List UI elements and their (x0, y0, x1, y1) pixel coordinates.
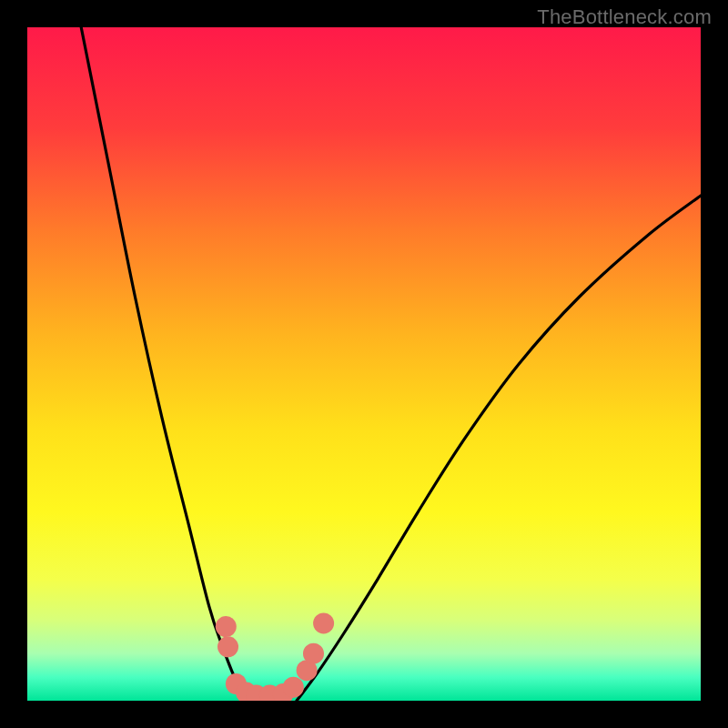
marker-dots (216, 612, 334, 701)
watermark-text: TheBottleneck.com (537, 5, 712, 29)
left-curve (81, 27, 249, 701)
marker-dot (216, 616, 237, 637)
curve-layer (27, 27, 701, 701)
plot-area (27, 27, 701, 701)
chart-frame: TheBottleneck.com (0, 0, 728, 728)
marker-dot (283, 677, 304, 698)
right-curve (297, 196, 701, 701)
marker-dot (217, 636, 238, 657)
marker-dot (303, 643, 324, 664)
marker-dot (313, 612, 334, 633)
